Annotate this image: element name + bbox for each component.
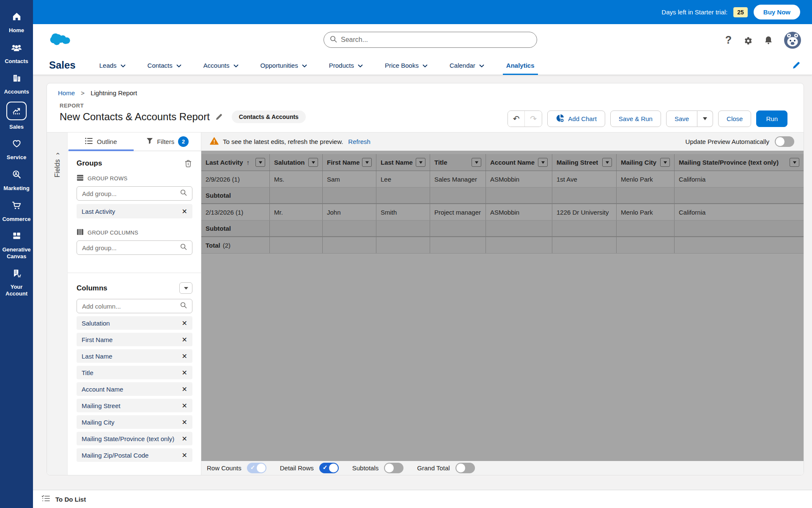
add-column-group-input[interactable] xyxy=(82,244,177,251)
column-menu-button[interactable] xyxy=(255,158,265,167)
close-button[interactable]: Close xyxy=(718,110,751,127)
tab-calendar[interactable]: Calendar xyxy=(450,56,484,75)
table-cell xyxy=(323,221,376,236)
sidebar-item-your-account[interactable]: Your Account xyxy=(0,266,33,297)
column-header-salutation[interactable]: Salutation xyxy=(270,154,323,171)
sidebar-item-commerce[interactable]: Commerce xyxy=(0,198,33,223)
column-header-title[interactable]: Title xyxy=(430,154,486,171)
remove-field-icon[interactable]: ✕ xyxy=(181,352,189,360)
column-header-mailing-state-province-text-only[interactable]: Mailing State/Province (text only) xyxy=(675,154,804,171)
remove-field-icon[interactable]: ✕ xyxy=(181,402,189,410)
remove-field-icon[interactable]: ✕ xyxy=(181,207,189,215)
subtotal-row: Subtotal xyxy=(201,188,804,204)
table-cell: Subtotal xyxy=(201,221,270,236)
delete-groups-trash-icon[interactable] xyxy=(184,159,192,168)
chevron-down-icon xyxy=(184,287,188,290)
column-menu-button[interactable] xyxy=(602,158,612,167)
field-chip-label: Account Name xyxy=(82,386,181,393)
undo-button[interactable]: ↶ xyxy=(508,111,525,127)
sidebar-item-accounts[interactable]: Accounts xyxy=(0,71,33,95)
column-header-last-name[interactable]: Last Name xyxy=(376,154,430,171)
column-menu-button[interactable] xyxy=(660,158,670,167)
toggle-group-subtotals: Subtotals xyxy=(352,463,404,473)
user-avatar[interactable] xyxy=(784,32,801,49)
remove-field-icon[interactable]: ✕ xyxy=(181,435,189,443)
global-search[interactable] xyxy=(324,32,537,48)
column-header-first-name[interactable]: First Name xyxy=(323,154,376,171)
column-header-mailing-street[interactable]: Mailing Street xyxy=(552,154,617,171)
global-header: ? xyxy=(33,24,812,56)
fields-panel-collapsed[interactable]: Fields › xyxy=(47,133,68,475)
add-row-group-field[interactable] xyxy=(77,186,192,201)
tab-opportunities[interactable]: Opportunities xyxy=(261,56,307,75)
field-chip-label: Title xyxy=(82,369,181,376)
refresh-link[interactable]: Refresh xyxy=(348,138,370,145)
redo-button[interactable]: ↷ xyxy=(525,111,542,127)
settings-gear-icon[interactable] xyxy=(743,35,753,45)
notifications-bell-icon[interactable] xyxy=(764,36,773,45)
table-cell: 2/13/2026 (1) xyxy=(201,204,270,220)
column-menu-button[interactable] xyxy=(416,158,425,167)
add-chart-button[interactable]: Add Chart xyxy=(547,110,605,127)
remove-field-icon[interactable]: ✕ xyxy=(181,451,189,459)
columns-menu-button[interactable] xyxy=(179,282,192,294)
add-column-input[interactable] xyxy=(82,303,177,310)
remove-field-icon[interactable]: ✕ xyxy=(181,336,189,344)
search-input[interactable] xyxy=(341,36,531,44)
table-cell: Menlo Park xyxy=(617,171,675,187)
table-cell: 2/9/2026 (1) xyxy=(201,171,270,187)
toggle-subtotals[interactable] xyxy=(384,463,403,473)
edit-navbar-pencil-icon[interactable] xyxy=(792,61,800,69)
sidebar-item-contacts[interactable]: Contacts xyxy=(0,40,33,65)
tab-analytics[interactable]: Analytics xyxy=(506,56,535,75)
add-row-group-input[interactable] xyxy=(82,190,177,197)
todo-footer[interactable]: To Do List xyxy=(33,490,812,508)
edit-title-pencil-icon[interactable] xyxy=(215,113,222,121)
field-chip: Mailing Zip/Postal Code✕ xyxy=(77,448,192,462)
tab-filters[interactable]: Filters 2 xyxy=(134,133,201,151)
tab-filters-label: Filters xyxy=(157,138,174,145)
remove-field-icon[interactable]: ✕ xyxy=(181,319,189,327)
column-header-label: Last Name xyxy=(381,159,413,166)
sidebar-item-home[interactable]: Home xyxy=(0,9,33,34)
remove-field-icon[interactable]: ✕ xyxy=(181,385,189,393)
breadcrumb-home-link[interactable]: Home xyxy=(58,89,75,97)
help-icon[interactable]: ? xyxy=(725,34,732,46)
column-menu-button[interactable] xyxy=(308,158,318,167)
toggle-detail-rows[interactable]: ✓ xyxy=(319,463,339,473)
nav-tab-label: Analytics xyxy=(506,62,535,69)
add-chart-label: Add Chart xyxy=(568,115,597,122)
column-menu-button[interactable] xyxy=(538,158,548,167)
tab-accounts[interactable]: Accounts xyxy=(203,56,239,75)
table-cell xyxy=(617,221,675,236)
table-cell xyxy=(486,237,552,253)
toggle-update-preview-automatically[interactable] xyxy=(775,136,794,147)
column-header-last-activity[interactable]: Last Activity↑ xyxy=(201,154,270,171)
column-menu-button[interactable] xyxy=(362,158,372,167)
buy-now-button[interactable]: Buy Now xyxy=(754,5,800,19)
sidebar-item-marketing[interactable]: Marketing xyxy=(0,167,33,192)
remove-field-icon[interactable]: ✕ xyxy=(181,369,189,377)
tab-outline[interactable]: Outline xyxy=(68,133,134,151)
sidebar-item-service[interactable]: Service xyxy=(0,136,33,161)
sidebar-item-label: Marketing xyxy=(3,185,29,192)
toggle-grand-total[interactable] xyxy=(455,463,475,473)
sidebar-item-generative-canvas[interactable]: Generative Canvas xyxy=(0,229,33,260)
run-button[interactable]: Run xyxy=(756,110,787,127)
column-menu-button[interactable] xyxy=(790,158,799,167)
tab-products[interactable]: Products xyxy=(329,56,363,75)
column-menu-button[interactable] xyxy=(472,158,481,167)
tab-contacts[interactable]: Contacts xyxy=(148,56,181,75)
tab-leads[interactable]: Leads xyxy=(99,56,126,75)
save-menu-button[interactable] xyxy=(697,110,713,127)
save-and-run-button[interactable]: Save & Run xyxy=(610,110,661,127)
column-header-mailing-city[interactable]: Mailing City xyxy=(617,154,675,171)
tab-price-books[interactable]: Price Books xyxy=(385,56,428,75)
add-column-group-field[interactable] xyxy=(77,240,192,255)
sidebar-item-label: Sales xyxy=(9,124,24,130)
add-column-field[interactable] xyxy=(77,299,192,313)
save-button[interactable]: Save xyxy=(666,110,697,127)
column-header-account-name[interactable]: Account Name xyxy=(486,154,552,171)
remove-field-icon[interactable]: ✕ xyxy=(181,418,189,426)
sidebar-item-sales[interactable]: Sales xyxy=(0,102,33,130)
